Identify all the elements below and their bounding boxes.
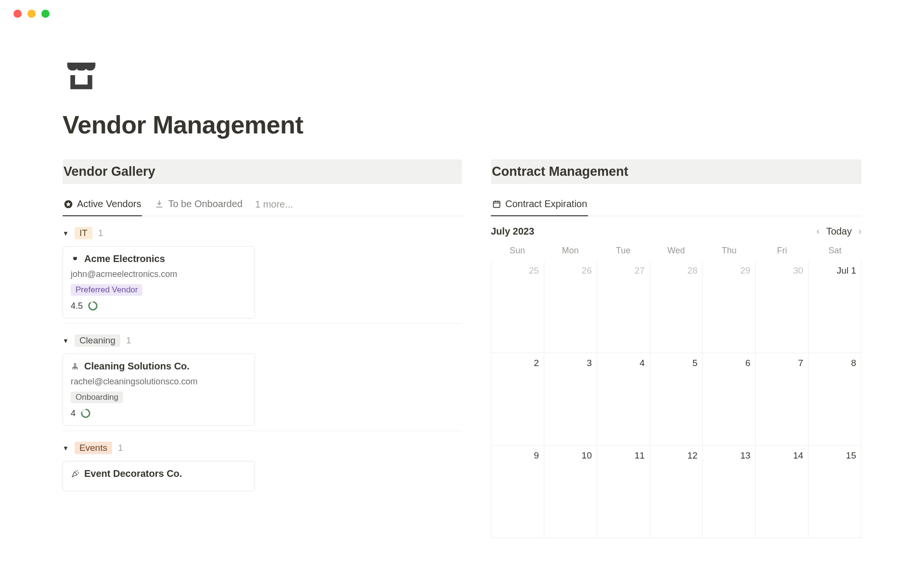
calendar-cell[interactable]: 25 [491,261,544,353]
calendar-prev-button[interactable]: ‹ [817,226,820,236]
dow-label: Wed [650,246,703,256]
calendar-today-button[interactable]: Today [826,226,852,237]
plug-icon [71,255,79,263]
svg-point-2 [89,302,97,310]
card-title-text: Cleaning Solutions Co. [84,361,190,372]
disclosure-icon[interactable]: ▼ [63,445,69,452]
calendar-cell[interactable]: Jul 1 [808,261,861,353]
calendar-cell[interactable]: 7 [756,353,808,446]
group-tag-cleaning: Cleaning [75,334,120,347]
card-email: john@acmeelectronics.com [71,269,247,279]
vendor-gallery-header: Vendor Gallery [63,159,462,184]
calendar-cell[interactable]: 12 [650,446,703,538]
svg-rect-5 [493,201,500,208]
group-tag-events: Events [75,442,112,454]
calendar-cell[interactable]: 8 [808,353,861,446]
rating-ring-icon [80,408,91,419]
calendar-grid: Sun Mon Tue Wed Thu Fri Sat 25 26 27 28 … [491,246,861,538]
vendor-card-cleaning[interactable]: Cleaning Solutions Co. rachel@cleaningso… [63,354,255,426]
group-count: 1 [98,228,103,238]
calendar-cell[interactable]: 30 [756,261,808,353]
group-count: 1 [118,443,123,453]
card-email: rachel@cleaningsolutionsco.com [71,377,247,387]
calendar-cell[interactable]: 10 [544,446,597,538]
badge-preferred-vendor: Preferred Vendor [71,284,142,296]
calendar-cell[interactable]: 27 [597,261,650,353]
calendar-cell[interactable]: 11 [597,446,650,538]
group-header-cleaning[interactable]: ▼ Cleaning 1 [63,334,462,347]
page-title: Vendor Management [63,110,861,139]
calendar-next-button[interactable]: › [859,226,861,236]
calendar-month: July 2023 [491,226,534,237]
calendar-cell[interactable]: 6 [703,353,756,446]
group-header-events[interactable]: ▼ Events 1 [63,442,462,454]
rating-value: 4.5 [71,301,83,311]
dow-label: Sat [808,246,861,256]
calendar-cell[interactable]: 15 [808,446,861,538]
dow-label: Sun [491,246,544,256]
group-count: 1 [126,335,131,346]
group-tag-it: IT [75,227,92,239]
dow-label: Fri [756,246,808,256]
more-tabs[interactable]: 1 more... [255,193,293,216]
calendar-cell[interactable]: 13 [703,446,756,538]
star-icon [64,199,73,209]
tab-label: Contract Expiration [505,198,587,210]
calendar-cell[interactable]: 4 [597,353,650,446]
tab-label: Active Vendors [77,198,141,210]
dow-label: Mon [544,246,597,256]
window-controls [0,0,924,18]
tab-active-vendors[interactable]: Active Vendors [63,193,142,216]
contract-tabs: Contract Expiration [491,193,861,216]
badge-onboarding: Onboarding [71,392,123,403]
disclosure-icon[interactable]: ▼ [63,230,69,237]
store-icon [63,56,100,94]
minimize-window-button[interactable] [27,10,36,18]
calendar-cell[interactable]: 2 [491,353,544,446]
rating-ring-icon [88,301,98,311]
tab-to-be-onboarded[interactable]: To be Onboarded [154,193,244,216]
calendar-cell[interactable]: 26 [544,261,597,353]
calendar-cell[interactable]: 9 [491,446,544,538]
close-window-button[interactable] [13,10,22,18]
vendor-card-events[interactable]: Event Decorators Co. [63,461,255,491]
calendar-cell[interactable]: 3 [544,353,597,446]
group-header-it[interactable]: ▼ IT 1 [63,227,462,239]
disclosure-icon[interactable]: ▼ [63,337,69,344]
party-icon [71,470,79,478]
vendor-card-acme[interactable]: Acme Electronics john@acmeelectronics.co… [63,246,255,318]
rating-value: 4 [71,408,76,419]
calendar-cell[interactable]: 14 [756,446,808,538]
calendar-cell[interactable]: 28 [650,261,703,353]
calendar-cell[interactable]: 29 [703,261,756,353]
download-icon [154,199,164,209]
calendar-icon [492,199,501,209]
dow-label: Tue [597,246,650,256]
dow-label: Thu [703,246,756,256]
cleaning-icon [71,362,79,371]
card-title-text: Acme Electronics [84,253,165,264]
gallery-tabs: Active Vendors To be Onboarded 1 more... [63,193,462,216]
contract-management-header: Contract Management [491,159,861,184]
calendar-cell[interactable]: 5 [650,353,703,446]
card-title-text: Event Decorators Co. [84,468,182,479]
tab-contract-expiration[interactable]: Contract Expiration [491,193,588,216]
tab-label: To be Onboarded [168,198,243,210]
maximize-window-button[interactable] [41,10,50,18]
